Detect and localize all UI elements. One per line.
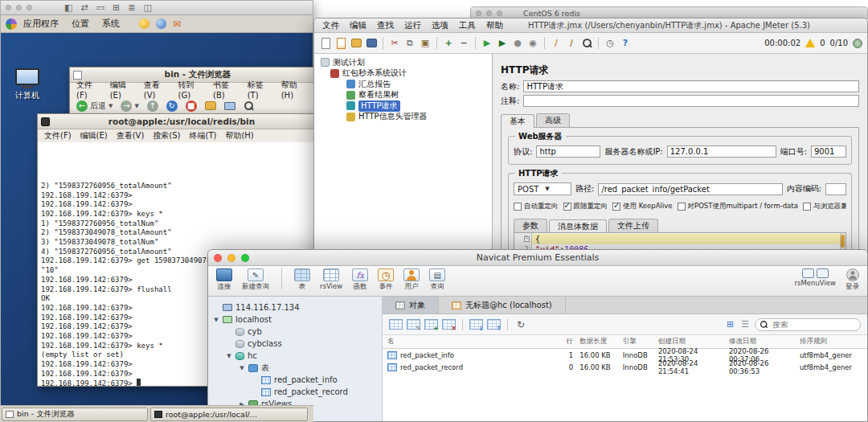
design-table-icon[interactable] — [407, 319, 420, 330]
shutdown-icon[interactable]: ◉ — [526, 37, 539, 50]
vm-display-icon[interactable]: ▭ — [96, 3, 104, 12]
sidebar-item-db-hc[interactable]: ▼ hc — [208, 350, 382, 362]
vm-list-icon[interactable]: ≣ — [128, 3, 135, 12]
stop-icon[interactable]: ● — [511, 37, 524, 50]
menu-item[interactable]: 编辑 — [350, 20, 366, 31]
encoding-field[interactable] — [825, 183, 846, 195]
tab-body-data[interactable]: 消息体数据 — [549, 219, 607, 233]
list-view-icon[interactable]: ☰ — [739, 320, 751, 329]
menu-item[interactable]: 标签(T) — [248, 80, 272, 100]
navicat-titlebar[interactable]: Navicat Premium Essentials — [208, 250, 867, 266]
menu-item[interactable]: 查找 — [377, 20, 394, 31]
template-icon[interactable] — [334, 37, 347, 50]
gnome-menu-item[interactable]: 位置 — [72, 18, 89, 30]
import-wizard-icon[interactable] — [469, 319, 483, 330]
menu-item[interactable]: 文件(F) — [44, 130, 72, 141]
new-query-button[interactable]: ✎ 新建查询 — [242, 268, 269, 292]
menu-item[interactable]: 帮助(H) — [281, 80, 307, 100]
new-testplan-icon[interactable] — [319, 37, 332, 50]
chevron-down-icon[interactable]: ▼ — [239, 365, 245, 371]
comment-field[interactable] — [523, 95, 859, 107]
sidebar-item-localhost[interactable]: ▼ localhost — [208, 313, 382, 326]
export-wizard-icon[interactable] — [487, 319, 501, 330]
window-view-icon-1[interactable] — [802, 268, 814, 278]
vm-settings-icon[interactable]: ◧ — [64, 3, 72, 12]
name-field[interactable] — [523, 80, 859, 92]
tree-item-http-request[interactable]: HTTP请求 — [314, 100, 492, 112]
cut-icon[interactable]: ✂ — [388, 37, 401, 50]
protocol-field[interactable] — [536, 145, 600, 158]
login-button[interactable]: 登录 — [845, 268, 859, 292]
reload-button[interactable]: ↻ — [164, 100, 180, 113]
chevron-down-icon[interactable]: ▼ — [134, 103, 138, 109]
path-field[interactable] — [598, 183, 782, 195]
menu-item[interactable]: 帮助 — [486, 20, 503, 31]
tree-item-testplan[interactable]: 测试计划 — [314, 57, 492, 68]
scrollbar-thumb[interactable] — [841, 235, 845, 248]
zoom-icon[interactable] — [27, 5, 32, 10]
menu-item[interactable]: 搜索(S) — [153, 130, 180, 141]
vm-devices-icon[interactable]: ◫ — [143, 3, 151, 12]
functions-button[interactable]: fx 函数 — [352, 268, 368, 292]
search-box[interactable] — [755, 318, 861, 331]
menu-item[interactable]: 编辑(E) — [110, 80, 135, 100]
back-button[interactable]: ← 后退 ▼ — [74, 100, 115, 113]
globe-icon[interactable] — [156, 18, 166, 29]
add-icon[interactable]: + — [442, 37, 455, 50]
clear-all-icon[interactable]: ∕ — [565, 37, 578, 50]
paste-icon[interactable]: ▣ — [419, 37, 432, 50]
refresh-icon[interactable]: ↻ — [514, 320, 527, 330]
delete-table-icon[interactable] — [442, 319, 456, 330]
menu-item[interactable]: 终端(T) — [190, 130, 217, 141]
gnome-menu-item[interactable]: 系统 — [102, 18, 120, 30]
home-button[interactable] — [203, 100, 219, 111]
search-input[interactable] — [771, 319, 856, 330]
menu-item[interactable]: 文件 — [322, 20, 339, 31]
copy-icon[interactable]: ⧉ — [403, 37, 416, 50]
jmeter-titlebar[interactable]: 文件编辑查找运行选项工具帮助 HTTP请求.jmx (/Users/chenya… — [314, 18, 867, 33]
menu-item[interactable]: 帮助(H) — [225, 130, 253, 141]
minimize-icon[interactable] — [486, 10, 492, 16]
save-icon[interactable] — [365, 37, 378, 50]
browser-headers-checkbox[interactable]: 与浏览器兼容的头 — [803, 202, 846, 211]
taskbar-item-file-browser[interactable]: bin - 文件浏览器 — [2, 408, 148, 421]
fold-icon[interactable]: − — [524, 236, 530, 242]
close-icon[interactable] — [6, 5, 11, 10]
menu-item[interactable]: 书签(B) — [213, 80, 239, 100]
method-select[interactable]: POST ▼ — [514, 182, 571, 195]
tree-item-header-manager[interactable]: HTTP信息头管理器 — [314, 112, 492, 123]
tab-parameters[interactable]: 参数 — [514, 219, 547, 232]
distro-logo-icon[interactable] — [6, 18, 17, 30]
open-table-icon[interactable] — [389, 319, 403, 330]
grid-view-icon[interactable]: ⊞ — [725, 320, 735, 329]
views-button[interactable]: rsView — [320, 268, 342, 290]
face-icon[interactable] — [139, 18, 149, 29]
tab-advanced[interactable]: 高级 — [536, 113, 570, 127]
auto-redirects-checkbox[interactable]: 自动重定向 — [514, 202, 559, 211]
menu-item[interactable]: 转到(G) — [178, 80, 205, 100]
search-button[interactable] — [241, 100, 256, 112]
desktop-icon-computer[interactable]: 计算机 — [6, 68, 49, 101]
terminal-titlebar[interactable]: root@apple:/usr/local/redis/bin — [38, 114, 313, 129]
tab-basic[interactable]: 基本 — [501, 114, 534, 128]
port-field[interactable] — [811, 145, 846, 158]
tables-button[interactable]: 表 — [294, 268, 310, 292]
mail-icon[interactable]: ✉ — [173, 19, 181, 29]
clock-icon[interactable]: ◷ — [604, 37, 616, 50]
chevron-down-icon[interactable]: ▼ — [226, 353, 232, 359]
menu-item[interactable]: 选项 — [432, 20, 448, 31]
menu-item[interactable]: 工具 — [459, 20, 476, 31]
up-button[interactable]: ↑ — [145, 100, 161, 113]
sidebar-item-table-red-packet-info[interactable]: red_packet_info — [208, 374, 382, 386]
tree-item-summary-report[interactable]: 汇总报告 — [314, 79, 492, 90]
vm-swap-icon[interactable]: ⇄ — [80, 3, 88, 12]
events-button[interactable]: ◷ 事件 — [378, 268, 394, 292]
tree-item-redpacket-plan[interactable]: 红包秒杀系统设计 — [314, 68, 492, 80]
close-icon[interactable] — [476, 10, 481, 16]
sidebar-item-db-cyb[interactable]: cyb — [208, 326, 382, 338]
menu-view-buttons[interactable]: rsMenuView — [795, 268, 836, 287]
help-icon[interactable]: ? — [619, 37, 632, 50]
table-row[interactable]: red_packet_record 0 16.00 KB InnoDB 2020… — [383, 361, 867, 373]
open-icon[interactable] — [350, 37, 362, 50]
menu-item[interactable]: 编辑(E) — [80, 130, 108, 141]
